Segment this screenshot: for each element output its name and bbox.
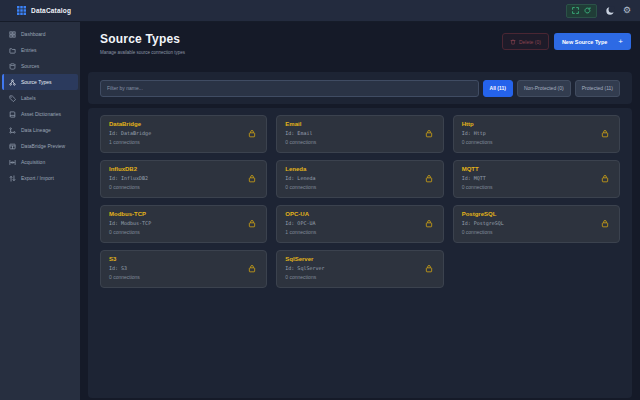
up-down-arrows-icon: [9, 175, 16, 182]
source-type-card-postgresql[interactable]: PostgreSQL Id: PostgreSQL 0 connections: [453, 205, 620, 243]
source-type-card-http[interactable]: Http Id: Http 0 connections: [453, 115, 620, 153]
lock-icon: [248, 264, 256, 273]
source-type-card-modbus-tcp[interactable]: Modbus-TCP Id: Modbus-TCP 0 connections: [100, 205, 267, 243]
card-connections: 1 connections: [109, 139, 258, 145]
horizontal-arrows-icon: [9, 159, 16, 166]
card-connections: 0 connections: [109, 274, 258, 280]
source-type-card-databridge[interactable]: DataBridge Id: DataBridge 1 connections: [100, 115, 267, 153]
card-id: Id: Email: [285, 130, 434, 136]
sidebar-item-labels[interactable]: Labels: [2, 90, 78, 106]
sidebar-item-label: DataBridge Preview: [21, 143, 65, 149]
new-source-type-button[interactable]: New Source Type +: [554, 33, 631, 50]
sidebar-item-entries[interactable]: Entries: [2, 42, 78, 58]
sidebar-item-sources[interactable]: Sources: [2, 58, 78, 74]
card-title: Http: [462, 121, 611, 127]
card-connections: 0 connections: [285, 274, 434, 280]
new-source-type-label: New Source Type: [562, 39, 607, 45]
source-type-card-sqlserver[interactable]: SqlServer Id: SqlServer 0 connections: [276, 250, 443, 288]
lock-icon: [425, 219, 433, 228]
source-type-card-email[interactable]: Email Id: Email 0 connections: [276, 115, 443, 153]
source-types-panel: DataBridge Id: DataBridge 1 connections …: [88, 108, 632, 398]
page-header: Source Types Manage available source con…: [100, 32, 185, 55]
filter-bar: All (11) Non-Protected (0) Protected (11…: [88, 72, 632, 104]
card-id: Id: InfluxDB2: [109, 175, 258, 181]
moon-icon: [605, 6, 615, 16]
card-title: Modbus-TCP: [109, 211, 258, 217]
app-window: DataCatalog ⚙: [0, 0, 640, 400]
card-title: OPC-UA: [285, 211, 434, 217]
sidebar-item-dashboard[interactable]: Dashboard: [2, 26, 78, 42]
card-connections: 0 connections: [285, 139, 434, 145]
card-title: PostgreSQL: [462, 211, 611, 217]
card-connections: 0 connections: [109, 184, 258, 190]
folder-icon: [9, 47, 16, 54]
topbar: DataCatalog ⚙: [0, 0, 640, 22]
card-id: Id: DataBridge: [109, 130, 258, 136]
card-id: Id: SqlServer: [285, 265, 434, 271]
tag-icon: [9, 95, 16, 102]
card-connections: 0 connections: [462, 229, 611, 235]
lock-icon: [601, 129, 609, 138]
sidebar-item-source-types[interactable]: Source Types: [2, 74, 78, 90]
sidebar-item-label: Dashboard: [21, 31, 45, 37]
trash-icon: [510, 39, 516, 45]
card-connections: 0 connections: [462, 184, 611, 190]
table-icon: [9, 143, 16, 150]
sidebar-item-acquisition[interactable]: Acquisition: [2, 154, 78, 170]
lock-icon: [425, 129, 433, 138]
lock-icon: [425, 264, 433, 273]
lock-icon: [601, 219, 609, 228]
app-title: DataCatalog: [31, 7, 71, 14]
card-connections: 0 connections: [285, 184, 434, 190]
filter-protected-button[interactable]: Protected (11): [575, 80, 620, 97]
dashboard-icon: [9, 31, 16, 38]
sidebar-item-label: Entries: [21, 47, 37, 53]
sidebar-item-label: Data Lineage: [21, 127, 51, 133]
delete-button-label: Delete (0): [519, 39, 541, 45]
card-title: DataBridge: [109, 121, 258, 127]
sidebar-item-databridge-preview[interactable]: DataBridge Preview: [2, 138, 78, 154]
settings-button[interactable]: ⚙: [623, 6, 631, 15]
source-type-card-mqtt[interactable]: MQTT Id: MQTT 0 connections: [453, 160, 620, 198]
book-icon: [9, 111, 16, 118]
topbar-actions: ⚙: [566, 4, 631, 18]
card-title: SqlServer: [285, 256, 434, 262]
lock-icon: [248, 219, 256, 228]
header-actions: Delete (0) New Source Type +: [502, 33, 631, 50]
card-title: Leneda: [285, 166, 434, 172]
source-type-card-leneda[interactable]: Leneda Id: Leneda 0 connections: [276, 160, 443, 198]
filter-non-protected-button[interactable]: Non-Protected (0): [517, 80, 571, 97]
sidebar-item-label: Sources: [21, 63, 39, 69]
card-id: Id: S3: [109, 265, 258, 271]
lock-icon: [248, 129, 256, 138]
card-id: Id: MQTT: [462, 175, 611, 181]
gear-icon: ⚙: [623, 6, 631, 15]
sidebar-item-label: Labels: [21, 95, 36, 101]
status-pill[interactable]: [566, 4, 597, 18]
sidebar: Dashboard Entries Sources Source Types: [0, 22, 80, 400]
card-title: InfluxDB2: [109, 166, 258, 172]
nodes-icon: [9, 79, 16, 86]
filter-name-input[interactable]: [100, 80, 479, 97]
filter-all-button[interactable]: All (11): [483, 80, 513, 97]
sidebar-item-asset-dictionaries[interactable]: Asset Dictionaries: [2, 106, 78, 122]
sidebar-item-label: Asset Dictionaries: [21, 111, 61, 117]
card-connections: 0 connections: [109, 229, 258, 235]
theme-toggle-button[interactable]: [605, 6, 615, 16]
sidebar-item-data-lineage[interactable]: Data Lineage: [2, 122, 78, 138]
card-connections: 1 connections: [285, 229, 434, 235]
app-logo: DataCatalog: [17, 6, 71, 15]
delete-button[interactable]: Delete (0): [502, 33, 549, 50]
page-subtitle: Manage available source connection types: [100, 50, 185, 55]
main-content: Source Types Manage available source con…: [80, 22, 640, 400]
page-title: Source Types: [100, 32, 185, 46]
sidebar-item-export-import[interactable]: Export / Import: [2, 170, 78, 186]
lock-icon: [248, 174, 256, 183]
sidebar-item-label: Export / Import: [21, 175, 54, 181]
source-type-card-opc-ua[interactable]: OPC-UA Id: OPC-UA 1 connections: [276, 205, 443, 243]
source-type-card-influxdb2[interactable]: InfluxDB2 Id: InfluxDB2 0 connections: [100, 160, 267, 198]
card-title: MQTT: [462, 166, 611, 172]
card-title: S3: [109, 256, 258, 262]
card-connections: 0 connections: [462, 139, 611, 145]
source-type-card-s3[interactable]: S3 Id: S3 0 connections: [100, 250, 267, 288]
